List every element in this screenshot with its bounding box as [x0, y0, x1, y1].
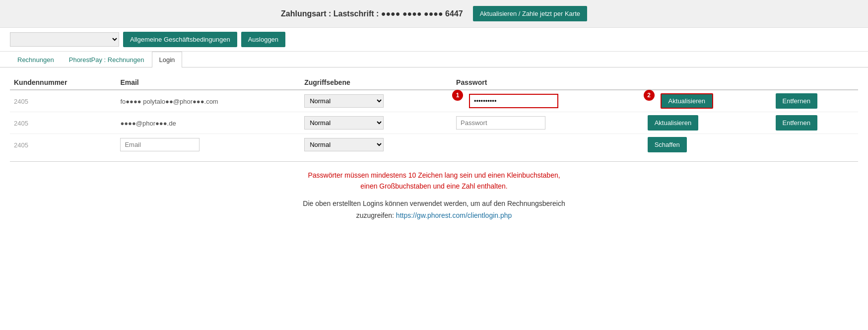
- entfernen-cell-2: Entfernen: [772, 112, 859, 134]
- zugriffsebene-select-1[interactable]: Normal Admin Readonly: [304, 94, 384, 108]
- col-zugriffsebene: Zugriffsebene: [300, 75, 452, 90]
- email-input-3[interactable]: [120, 138, 200, 151]
- entfernen-button-1[interactable]: Entfernen: [776, 93, 817, 109]
- table-row: 2405 ●●●●@phor●●●.de Normal Admin Readon…: [10, 112, 858, 134]
- badge-1-container: 1: [456, 96, 467, 107]
- email-cell-2: ●●●●@phor●●●.de: [116, 112, 300, 134]
- password-validation: Passwörter müssen mindestens 10 Zeichen …: [10, 170, 858, 192]
- col-action1: [644, 75, 772, 90]
- customer-num-1: 2405: [10, 90, 116, 112]
- customer-num-3: 2405: [10, 134, 116, 156]
- table-row: 2405 Normal Admin Readonly Schaffen: [10, 134, 858, 156]
- table-row: 2405 fo●●●● polytalo●●@phor●●●.com Norma…: [10, 90, 858, 112]
- zugriffsebene-select-3[interactable]: Normal Admin Readonly: [304, 138, 384, 151]
- info-text: Die oben erstellten Logins können verwen…: [10, 198, 858, 222]
- info-line-1: Die oben erstellten Logins können verwen…: [10, 198, 858, 210]
- aktualisieren-cell-2: Aktualisieren: [644, 112, 772, 134]
- validation-line-1: Passwörter müssen mindestens 10 Zeichen …: [10, 170, 858, 181]
- badge-2-container: 2: [648, 96, 659, 107]
- password-input-1[interactable]: [469, 94, 558, 108]
- password-input-2[interactable]: [456, 116, 545, 130]
- badge-1: 1: [452, 90, 463, 101]
- empty-cell: [772, 134, 859, 156]
- col-passwort: Passwort: [452, 75, 644, 90]
- zugriffsebene-cell-2: Normal Admin Readonly: [300, 112, 452, 134]
- col-kundennummer: Kundennummer: [10, 75, 116, 90]
- login-table: Kundennummer Email Zugriffsebene Passwor…: [10, 75, 858, 155]
- tab-phorestpay[interactable]: PhorestPay : Rechnungen: [62, 52, 152, 67]
- schaffen-button[interactable]: Schaffen: [648, 137, 687, 152]
- tab-login[interactable]: Login: [152, 52, 183, 67]
- logout-button[interactable]: Ausloggen: [241, 32, 285, 47]
- zugriffsebene-select-2[interactable]: Normal Admin Readonly: [304, 116, 384, 130]
- payment-title: Zahlungsart : Lastschrift : ●●●● ●●●● ●●…: [281, 9, 463, 18]
- password-cell-1: 1: [452, 90, 644, 112]
- email-cell-3: [116, 134, 300, 156]
- password-cell-3: [452, 134, 644, 156]
- client-login-link[interactable]: https://gw.phorest.com/clientlogin.php: [396, 211, 512, 219]
- nav-select[interactable]: [10, 32, 119, 47]
- validation-line-2: einen Großbuchstaben und eine Zahl entha…: [10, 181, 858, 192]
- email-cell-1: fo●●●● polytalo●●@phor●●●.com: [116, 90, 300, 112]
- zugriffsebene-cell-1: Normal Admin Readonly: [300, 90, 452, 112]
- aktualisieren-cell-1: 2 Aktualisieren: [644, 90, 772, 112]
- nav-bar: Allgemeine Geschäftsbedingungen Auslogge…: [0, 28, 868, 52]
- customer-num-2: 2405: [10, 112, 116, 134]
- zugriffsebene-cell-3: Normal Admin Readonly: [300, 134, 452, 156]
- main-content: Kundennummer Email Zugriffsebene Passwor…: [0, 67, 868, 229]
- badge-2: 2: [644, 90, 655, 101]
- info-line-2: zuzugreifen: https://gw.phorest.com/clie…: [10, 210, 858, 222]
- col-action2: [772, 75, 859, 90]
- tabs-container: Rechnungen PhorestPay : Rechnungen Login: [0, 52, 868, 67]
- col-email: Email: [116, 75, 300, 90]
- update-payment-button[interactable]: Aktualisieren / Zahle jetzt per Karte: [473, 6, 587, 21]
- password-cell-2: [452, 112, 644, 134]
- aktualisieren-button-1[interactable]: Aktualisieren: [661, 93, 713, 109]
- entfernen-cell-1: Entfernen: [772, 90, 859, 112]
- agb-button[interactable]: Allgemeine Geschäftsbedingungen: [123, 32, 237, 47]
- schaffen-cell: Schaffen: [644, 134, 772, 156]
- aktualisieren-button-2[interactable]: Aktualisieren: [648, 115, 698, 131]
- tab-rechnungen[interactable]: Rechnungen: [10, 52, 62, 67]
- entfernen-button-2[interactable]: Entfernen: [776, 115, 817, 131]
- divider: [10, 161, 858, 162]
- top-bar: Zahlungsart : Lastschrift : ●●●● ●●●● ●●…: [0, 0, 868, 28]
